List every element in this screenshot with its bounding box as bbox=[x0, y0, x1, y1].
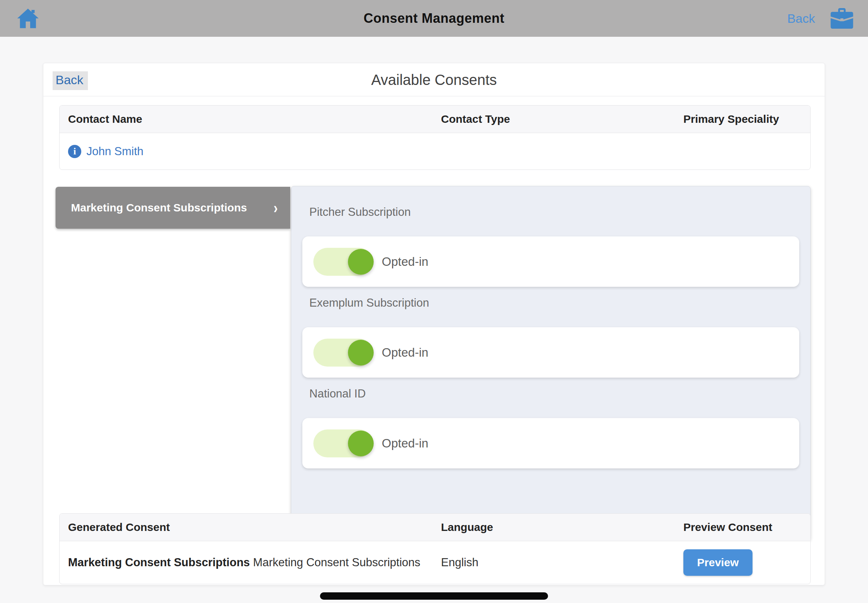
available-consents-card: Back Available Consents Contact Name Con… bbox=[43, 63, 825, 585]
consent-subscriptions-panel: Pitcher Subscription Opted-in Exemplum S… bbox=[291, 186, 811, 541]
opt-in-status: Opted-in bbox=[382, 346, 429, 360]
subscription-label: Pitcher Subscription bbox=[309, 206, 799, 219]
column-header-generated-consent: Generated Consent bbox=[60, 521, 433, 533]
topbar-back-button[interactable]: Back bbox=[787, 11, 815, 26]
toggle-card: Opted-in bbox=[302, 237, 799, 287]
preview-button[interactable]: Preview bbox=[683, 549, 752, 576]
generated-table-row: Marketing Consent Subscriptions Marketin… bbox=[60, 541, 810, 584]
generated-table-header-row: Generated Consent Language Preview Conse… bbox=[60, 514, 810, 541]
generated-consent-table: Generated Consent Language Preview Conse… bbox=[59, 513, 811, 584]
contact-table-row: i John Smith bbox=[60, 133, 810, 170]
contact-link[interactable]: i John Smith bbox=[68, 145, 433, 158]
topbar-right-group: Back bbox=[787, 0, 853, 37]
tab-marketing-consent-subscriptions[interactable]: Marketing Consent Subscriptions › bbox=[56, 187, 290, 229]
info-icon: i bbox=[68, 145, 81, 158]
contact-table-header-row: Contact Name Contact Type Primary Specia… bbox=[60, 105, 810, 133]
subscription-label: Exemplum Subscription bbox=[309, 296, 799, 309]
chevron-right-icon: › bbox=[274, 199, 278, 217]
generated-consent-name: Marketing Consent Subscriptions bbox=[250, 556, 420, 569]
consent-section-pitcher: Pitcher Subscription Opted-in bbox=[302, 206, 799, 287]
generated-consent-name-bold: Marketing Consent Subscriptions bbox=[68, 556, 250, 569]
column-header-contact-type: Contact Type bbox=[433, 113, 675, 125]
column-header-preview-consent: Preview Consent bbox=[675, 521, 811, 533]
opt-in-toggle[interactable] bbox=[313, 339, 373, 366]
card-title: Available Consents bbox=[43, 63, 825, 96]
toggle-knob bbox=[348, 340, 374, 365]
briefcase-icon[interactable] bbox=[831, 8, 853, 29]
contact-name: John Smith bbox=[87, 145, 144, 158]
consent-section-national-id: National ID Opted-in bbox=[302, 387, 799, 468]
subscription-label: National ID bbox=[309, 387, 799, 400]
opt-in-toggle[interactable] bbox=[313, 248, 373, 276]
opt-in-toggle[interactable] bbox=[313, 430, 373, 458]
opt-in-status: Opted-in bbox=[382, 255, 429, 269]
top-navigation-bar: Consent Management Back bbox=[0, 0, 868, 37]
contact-table: Contact Name Contact Type Primary Specia… bbox=[59, 105, 811, 170]
opt-in-status: Opted-in bbox=[382, 436, 429, 450]
column-header-primary-speciality: Primary Speciality bbox=[675, 113, 811, 125]
home-indicator-bar[interactable] bbox=[320, 592, 548, 600]
language-value: English bbox=[433, 556, 675, 569]
consent-section-exemplum: Exemplum Subscription Opted-in bbox=[302, 296, 799, 377]
toggle-card: Opted-in bbox=[302, 418, 799, 468]
card-header: Back Available Consents bbox=[43, 63, 825, 96]
page-title: Consent Management bbox=[0, 0, 868, 37]
toggle-knob bbox=[348, 431, 374, 456]
category-tab-label: Marketing Consent Subscriptions bbox=[71, 201, 274, 214]
column-header-contact-name: Contact Name bbox=[60, 113, 433, 125]
toggle-knob bbox=[348, 249, 374, 275]
column-header-language: Language bbox=[433, 521, 675, 533]
toggle-card: Opted-in bbox=[302, 327, 799, 377]
